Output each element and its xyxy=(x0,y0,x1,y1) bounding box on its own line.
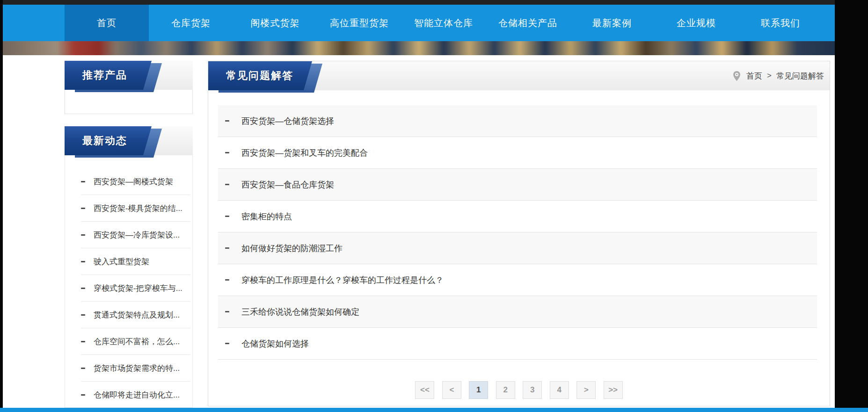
recommended-products-box xyxy=(65,90,193,114)
bottom-bar xyxy=(0,408,868,412)
breadcrumb-home-link[interactable]: 首页 xyxy=(746,71,762,81)
nav-item-company-scale[interactable]: 企业规模 xyxy=(654,5,738,41)
sidebar: 推荐产品 最新动态 西安货架—阁楼式货架 西安货架-模具货架的结... xyxy=(65,61,193,408)
dash-bullet-icon xyxy=(81,394,85,396)
dash-bullet-icon xyxy=(81,234,85,236)
pagination-btn-label: >> xyxy=(608,385,618,394)
faq-row[interactable]: 西安货架—仓储货架选择 xyxy=(218,105,817,137)
news-item-label: 穿梭式货架-把穿梭车与... xyxy=(94,283,182,294)
news-item-label: 西安货架-模具货架的结... xyxy=(94,203,182,214)
pagination-last[interactable]: >> xyxy=(604,381,623,399)
pagination-btn-label: < xyxy=(449,385,454,394)
faq-item-label: 如何做好货架的防潮湿工作 xyxy=(241,243,343,254)
nav-item-label: 联系我们 xyxy=(761,18,800,28)
news-list: 西安货架—阁楼式货架 西安货架-模具货架的结... 西安货架—冷库货架设... … xyxy=(65,155,193,408)
news-list-item[interactable]: 西安货架—阁楼式货架 xyxy=(81,168,190,195)
pagination-btn-label: 1 xyxy=(476,385,481,394)
pagination-page-4[interactable]: 4 xyxy=(550,381,569,399)
nav-item-contact-us[interactable]: 联系我们 xyxy=(738,5,823,41)
nav-item-label: 阁楼式货架 xyxy=(251,18,300,28)
nav-item-label: 首页 xyxy=(97,18,117,28)
dash-bullet-icon xyxy=(225,184,229,185)
pagination: << < 1 2 3 4 xyxy=(208,381,830,399)
dash-bullet-icon xyxy=(225,152,229,153)
pagination-page-1[interactable]: 1 xyxy=(469,381,488,399)
nav-item-label: 最新案例 xyxy=(592,18,632,28)
news-header-band: 最新动态 xyxy=(65,126,193,155)
banner-image xyxy=(3,41,835,55)
breadcrumb-separator: > xyxy=(767,71,772,80)
dash-bullet-icon xyxy=(225,311,229,312)
nav-item-latest-cases[interactable]: 最新案例 xyxy=(570,5,654,41)
page: 首页 仓库货架 阁楼式货架 高位重型货架 智能立体仓库 xyxy=(3,0,835,412)
dash-bullet-icon xyxy=(81,181,85,182)
dash-bullet-icon xyxy=(81,208,85,209)
pagination-btn-label: > xyxy=(584,385,589,394)
nav-item-label: 仓储相关产品 xyxy=(498,18,557,28)
pagination-first[interactable]: << xyxy=(415,381,434,399)
nav-item-label: 企业规模 xyxy=(677,18,716,28)
dash-bullet-icon xyxy=(225,247,229,249)
news-list-item[interactable]: 西安货架—冷库货架设... xyxy=(81,222,190,248)
news-item-label: 西安货架—冷库货架设... xyxy=(94,230,180,240)
faq-row[interactable]: 三禾给你说说仓储货架如何确定 xyxy=(218,296,817,328)
recommended-title: 推荐产品 xyxy=(65,61,152,90)
pagination-prev[interactable]: < xyxy=(442,381,461,399)
pagination-btn-label: << xyxy=(420,385,430,394)
nav-item-label: 高位重型货架 xyxy=(330,18,389,28)
faq-header-band: 常见问题解答 首页 > 常见问题解答 xyxy=(208,61,830,90)
news-list-item[interactable]: 穿梭式货架-把穿梭车与... xyxy=(81,275,190,302)
nav-item-home[interactable]: 首页 xyxy=(65,5,149,41)
dash-bullet-icon xyxy=(225,279,229,281)
nav-item-warehouse-racks[interactable]: 仓库货架 xyxy=(149,5,233,41)
news-item-label: 贯通式货架特点及规划... xyxy=(94,310,180,320)
news-list-item[interactable]: 仓储即将走进自动化立... xyxy=(81,382,190,408)
faq-item-label: 密集柜的特点 xyxy=(241,211,292,222)
faq-item-label: 西安货架—货架和叉车的完美配合 xyxy=(241,147,368,159)
nav-item-mezzanine-racks[interactable]: 阁楼式货架 xyxy=(233,5,317,41)
dash-bullet-icon xyxy=(81,368,85,369)
warehouse-photo xyxy=(3,41,835,55)
dash-bullet-icon xyxy=(81,261,85,262)
nav-item-label: 仓库货架 xyxy=(171,18,211,28)
faq-row[interactable]: 密集柜的特点 xyxy=(218,201,817,232)
nav-item-high-heavy-racks[interactable]: 高位重型货架 xyxy=(317,5,401,41)
faq-flag: 常见问题解答 xyxy=(208,61,312,90)
faq-row[interactable]: 西安货架—食品仓库货架 xyxy=(218,169,817,201)
faq-row[interactable]: 西安货架—货架和叉车的完美配合 xyxy=(218,137,817,169)
pagination-btn-label: 2 xyxy=(503,385,508,394)
nav-item-smart-warehouse[interactable]: 智能立体仓库 xyxy=(401,5,486,41)
top-strip xyxy=(3,0,835,5)
nav-item-storage-products[interactable]: 仓储相关产品 xyxy=(486,5,570,41)
dash-bullet-icon xyxy=(225,343,229,344)
location-pin-icon xyxy=(731,70,743,82)
news-list-item[interactable]: 贯通式货架特点及规划... xyxy=(81,302,190,328)
news-list-item[interactable]: 驶入式重型货架 xyxy=(81,248,190,275)
news-item-label: 仓库空间不富裕，怎么... xyxy=(94,336,180,347)
news-list-item[interactable]: 仓库空间不富裕，怎么... xyxy=(81,328,190,355)
faq-panel: 常见问题解答 首页 > 常见问题解答 西安货架—仓储货架选择 xyxy=(208,61,830,406)
pagination-page-3[interactable]: 3 xyxy=(523,381,542,399)
recommended-header-band: 推荐产品 xyxy=(65,61,193,90)
faq-row[interactable]: 仓储货架如何选择 xyxy=(218,328,817,360)
news-flag: 最新动态 xyxy=(65,126,152,155)
faq-row[interactable]: 穿梭车的工作原理是什么？穿梭车的工作过程是什么？ xyxy=(218,264,817,296)
dash-bullet-icon xyxy=(81,341,85,342)
breadcrumb: 首页 > 常见问题解答 xyxy=(731,61,824,90)
pagination-page-2[interactable]: 2 xyxy=(496,381,515,399)
main-nav: 首页 仓库货架 阁楼式货架 高位重型货架 智能立体仓库 xyxy=(3,5,835,41)
news-list-item[interactable]: 西安货架-模具货架的结... xyxy=(81,195,190,222)
news-title: 最新动态 xyxy=(65,126,152,155)
news-item-label: 西安货架—阁楼式货架 xyxy=(94,176,173,187)
pagination-next[interactable]: > xyxy=(576,381,596,399)
breadcrumb-current: 常见问题解答 xyxy=(776,71,824,81)
pagination-btn-label: 4 xyxy=(557,385,561,394)
dash-bullet-icon xyxy=(225,216,229,217)
news-list-item[interactable]: 货架市场货架需求的特... xyxy=(81,355,190,382)
faq-row[interactable]: 如何做好货架的防潮湿工作 xyxy=(218,232,817,264)
nav-menu: 首页 仓库货架 阁楼式货架 高位重型货架 智能立体仓库 xyxy=(65,5,823,41)
dash-bullet-icon xyxy=(225,120,229,122)
faq-item-label: 西安货架—食品仓库货架 xyxy=(241,179,334,190)
pagination-btn-label: 3 xyxy=(530,385,534,394)
faq-item-label: 穿梭车的工作原理是什么？穿梭车的工作过程是什么？ xyxy=(241,275,444,286)
